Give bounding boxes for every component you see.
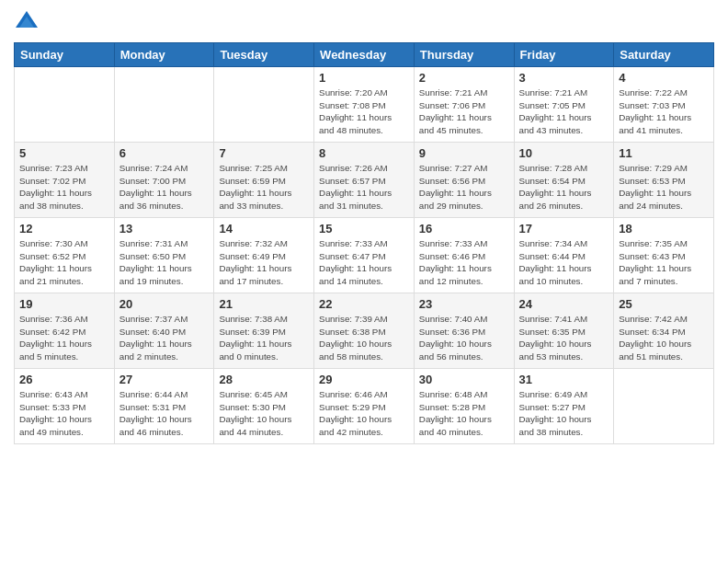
day-number: 20 <box>119 297 210 311</box>
day-number: 5 <box>19 146 109 160</box>
day-info: Sunrise: 7:21 AM Sunset: 7:05 PM Dayligh… <box>519 86 609 137</box>
day-number: 22 <box>319 297 409 311</box>
day-number: 1 <box>319 71 409 85</box>
calendar-cell: 4Sunrise: 7:22 AM Sunset: 7:03 PM Daylig… <box>614 67 714 143</box>
day-info: Sunrise: 6:48 AM Sunset: 5:28 PM Dayligh… <box>419 388 509 439</box>
weekday-header: Monday <box>114 43 214 67</box>
day-number: 4 <box>619 71 709 85</box>
day-info: Sunrise: 7:30 AM Sunset: 6:52 PM Dayligh… <box>19 237 109 288</box>
day-info: Sunrise: 6:46 AM Sunset: 5:29 PM Dayligh… <box>319 388 409 439</box>
day-info: Sunrise: 7:29 AM Sunset: 6:53 PM Dayligh… <box>619 162 709 213</box>
day-number: 6 <box>119 146 210 160</box>
day-info: Sunrise: 6:44 AM Sunset: 5:31 PM Dayligh… <box>119 388 210 439</box>
day-number: 29 <box>319 373 409 386</box>
calendar-cell: 1Sunrise: 7:20 AM Sunset: 7:08 PM Daylig… <box>314 67 415 143</box>
day-info: Sunrise: 7:34 AM Sunset: 6:44 PM Dayligh… <box>519 237 609 288</box>
weekday-header: Tuesday <box>214 43 314 67</box>
day-info: Sunrise: 7:39 AM Sunset: 6:38 PM Dayligh… <box>319 313 409 363</box>
day-info: Sunrise: 7:28 AM Sunset: 6:54 PM Dayligh… <box>519 162 609 213</box>
day-number: 13 <box>119 222 210 236</box>
day-number: 27 <box>119 373 210 386</box>
calendar-cell: 15Sunrise: 7:33 AM Sunset: 6:47 PM Dayli… <box>314 218 415 293</box>
calendar-cell: 8Sunrise: 7:26 AM Sunset: 6:57 PM Daylig… <box>314 143 415 218</box>
day-info: Sunrise: 7:37 AM Sunset: 6:40 PM Dayligh… <box>119 313 210 363</box>
calendar-cell: 9Sunrise: 7:27 AM Sunset: 6:56 PM Daylig… <box>414 143 514 218</box>
day-number: 3 <box>519 71 609 85</box>
day-number: 7 <box>219 146 309 160</box>
calendar-cell: 19Sunrise: 7:36 AM Sunset: 6:42 PM Dayli… <box>15 293 115 369</box>
weekday-header: Sunday <box>15 43 115 67</box>
calendar-cell: 13Sunrise: 7:31 AM Sunset: 6:50 PM Dayli… <box>114 218 214 293</box>
calendar-row: 12Sunrise: 7:30 AM Sunset: 6:52 PM Dayli… <box>15 218 714 293</box>
day-number: 24 <box>519 297 609 311</box>
day-number: 19 <box>19 297 109 311</box>
weekday-header: Wednesday <box>314 43 415 67</box>
day-number: 8 <box>319 146 409 160</box>
calendar-body: 1Sunrise: 7:20 AM Sunset: 7:08 PM Daylig… <box>15 67 714 444</box>
day-number: 2 <box>419 71 509 85</box>
weekday-row: SundayMondayTuesdayWednesdayThursdayFrid… <box>15 43 714 67</box>
calendar-header: SundayMondayTuesdayWednesdayThursdayFrid… <box>15 43 714 67</box>
calendar-row: 1Sunrise: 7:20 AM Sunset: 7:08 PM Daylig… <box>15 67 714 143</box>
calendar-row: 5Sunrise: 7:23 AM Sunset: 7:02 PM Daylig… <box>15 143 714 218</box>
calendar-cell: 21Sunrise: 7:38 AM Sunset: 6:39 PM Dayli… <box>214 293 314 369</box>
day-number: 14 <box>219 222 309 236</box>
calendar-cell: 26Sunrise: 6:43 AM Sunset: 5:33 PM Dayli… <box>15 369 115 444</box>
calendar-cell: 2Sunrise: 7:21 AM Sunset: 7:06 PM Daylig… <box>414 67 514 143</box>
calendar-cell: 14Sunrise: 7:32 AM Sunset: 6:49 PM Dayli… <box>214 218 314 293</box>
day-number: 18 <box>619 222 709 236</box>
day-number: 11 <box>619 146 709 160</box>
calendar-cell: 11Sunrise: 7:29 AM Sunset: 6:53 PM Dayli… <box>614 143 714 218</box>
calendar-cell: 16Sunrise: 7:33 AM Sunset: 6:46 PM Dayli… <box>414 218 514 293</box>
calendar-cell: 20Sunrise: 7:37 AM Sunset: 6:40 PM Dayli… <box>114 293 214 369</box>
calendar-cell: 30Sunrise: 6:48 AM Sunset: 5:28 PM Dayli… <box>414 369 514 444</box>
calendar-cell: 17Sunrise: 7:34 AM Sunset: 6:44 PM Dayli… <box>514 218 614 293</box>
calendar-cell <box>214 67 314 143</box>
calendar-cell: 10Sunrise: 7:28 AM Sunset: 6:54 PM Dayli… <box>514 143 614 218</box>
logo <box>14 9 43 35</box>
day-info: Sunrise: 7:41 AM Sunset: 6:35 PM Dayligh… <box>519 313 609 363</box>
day-info: Sunrise: 7:36 AM Sunset: 6:42 PM Dayligh… <box>19 313 109 363</box>
day-number: 30 <box>419 373 509 386</box>
calendar-cell <box>614 369 714 444</box>
day-number: 10 <box>519 146 609 160</box>
day-info: Sunrise: 7:26 AM Sunset: 6:57 PM Dayligh… <box>319 162 409 213</box>
day-info: Sunrise: 7:33 AM Sunset: 6:47 PM Dayligh… <box>319 237 409 288</box>
day-number: 21 <box>219 297 309 311</box>
day-info: Sunrise: 7:38 AM Sunset: 6:39 PM Dayligh… <box>219 313 309 363</box>
day-info: Sunrise: 7:35 AM Sunset: 6:43 PM Dayligh… <box>619 237 709 288</box>
calendar-cell: 29Sunrise: 6:46 AM Sunset: 5:29 PM Dayli… <box>314 369 415 444</box>
day-number: 28 <box>219 373 309 386</box>
calendar-cell: 25Sunrise: 7:42 AM Sunset: 6:34 PM Dayli… <box>614 293 714 369</box>
day-info: Sunrise: 7:33 AM Sunset: 6:46 PM Dayligh… <box>419 237 509 288</box>
calendar-cell: 23Sunrise: 7:40 AM Sunset: 6:36 PM Dayli… <box>414 293 514 369</box>
day-number: 23 <box>419 297 509 311</box>
day-info: Sunrise: 6:43 AM Sunset: 5:33 PM Dayligh… <box>19 388 109 439</box>
day-info: Sunrise: 7:42 AM Sunset: 6:34 PM Dayligh… <box>619 313 709 363</box>
calendar-cell: 24Sunrise: 7:41 AM Sunset: 6:35 PM Dayli… <box>514 293 614 369</box>
day-number: 25 <box>619 297 709 311</box>
weekday-header: Friday <box>514 43 614 67</box>
logo-icon <box>14 9 40 35</box>
day-info: Sunrise: 7:40 AM Sunset: 6:36 PM Dayligh… <box>419 313 509 363</box>
day-number: 9 <box>419 146 509 160</box>
calendar-cell: 7Sunrise: 7:25 AM Sunset: 6:59 PM Daylig… <box>214 143 314 218</box>
day-info: Sunrise: 7:25 AM Sunset: 6:59 PM Dayligh… <box>219 162 309 213</box>
day-info: Sunrise: 6:49 AM Sunset: 5:27 PM Dayligh… <box>519 388 609 439</box>
day-info: Sunrise: 7:31 AM Sunset: 6:50 PM Dayligh… <box>119 237 210 288</box>
calendar-cell: 6Sunrise: 7:24 AM Sunset: 7:00 PM Daylig… <box>114 143 214 218</box>
day-info: Sunrise: 7:32 AM Sunset: 6:49 PM Dayligh… <box>219 237 309 288</box>
day-info: Sunrise: 7:23 AM Sunset: 7:02 PM Dayligh… <box>19 162 109 213</box>
day-info: Sunrise: 7:21 AM Sunset: 7:06 PM Dayligh… <box>419 86 509 137</box>
calendar-cell <box>15 67 115 143</box>
day-number: 15 <box>319 222 409 236</box>
page: SundayMondayTuesdayWednesdayThursdayFrid… <box>0 0 728 563</box>
day-number: 16 <box>419 222 509 236</box>
calendar-cell: 22Sunrise: 7:39 AM Sunset: 6:38 PM Dayli… <box>314 293 415 369</box>
day-number: 12 <box>19 222 109 236</box>
calendar-cell: 31Sunrise: 6:49 AM Sunset: 5:27 PM Dayli… <box>514 369 614 444</box>
calendar-cell: 18Sunrise: 7:35 AM Sunset: 6:43 PM Dayli… <box>614 218 714 293</box>
calendar-cell: 27Sunrise: 6:44 AM Sunset: 5:31 PM Dayli… <box>114 369 214 444</box>
calendar-cell: 12Sunrise: 7:30 AM Sunset: 6:52 PM Dayli… <box>15 218 115 293</box>
calendar: SundayMondayTuesdayWednesdayThursdayFrid… <box>14 42 714 444</box>
